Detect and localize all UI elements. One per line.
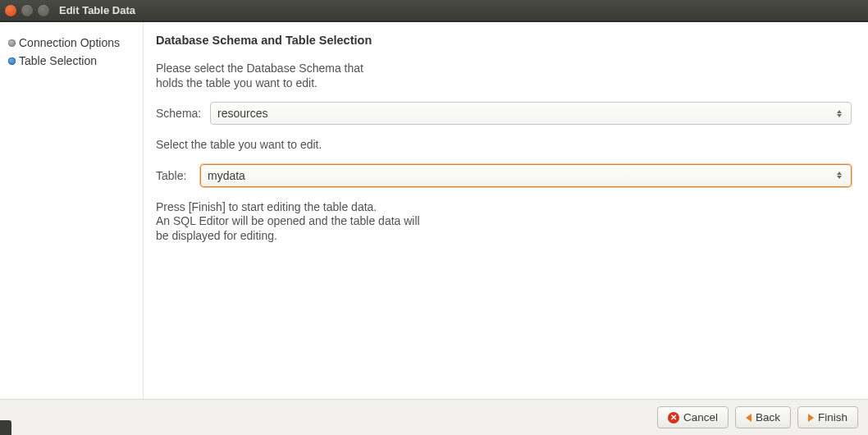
intro-text: Please select the Database Schema that h… (156, 62, 852, 90)
table-combobox[interactable]: mydata (200, 164, 852, 187)
window-controls (5, 5, 49, 16)
schema-row: Schema: resources (156, 102, 852, 125)
schema-combobox[interactable]: resources (210, 102, 852, 125)
schema-label: Schema: (156, 107, 203, 120)
window-title: Edit Table Data (59, 4, 135, 16)
main-panel: Database Schema and Table Selection Plea… (144, 22, 868, 399)
select-table-text: Select the table you want to edit. (156, 138, 852, 153)
table-row: Table: mydata (156, 164, 852, 187)
table-value: mydata (208, 169, 245, 182)
sidebar-item-label: Connection Options (19, 36, 120, 49)
sidebar-item-connection-options[interactable]: Connection Options (0, 34, 143, 52)
finish-button[interactable]: Finish (797, 406, 858, 428)
chevron-right-icon (808, 414, 814, 422)
cancel-icon: ✕ (668, 412, 679, 424)
cancel-button[interactable]: ✕ Cancel (657, 406, 729, 428)
spinner-icon (834, 172, 844, 179)
minimize-icon[interactable] (21, 5, 33, 16)
button-bar: ✕ Cancel Back Finish (0, 399, 868, 435)
close-icon[interactable] (5, 5, 16, 16)
bullet-icon (8, 39, 16, 47)
content-area: Connection Options Table Selection Datab… (0, 22, 868, 399)
bullet-icon (8, 57, 16, 65)
sidebar: Connection Options Table Selection (0, 22, 144, 399)
spinner-icon (834, 110, 844, 117)
corner-tab (0, 420, 11, 435)
maximize-icon[interactable] (38, 5, 49, 16)
chevron-left-icon (746, 414, 752, 422)
sidebar-item-table-selection[interactable]: Table Selection (0, 52, 143, 70)
table-label: Table: (156, 169, 194, 182)
titlebar: Edit Table Data (0, 0, 868, 21)
schema-value: resources (217, 107, 267, 120)
outro-text: Press [Finish] to start editing the tabl… (156, 200, 852, 244)
sidebar-item-label: Table Selection (19, 54, 97, 67)
back-button[interactable]: Back (735, 406, 791, 428)
page-title: Database Schema and Table Selection (156, 34, 852, 47)
